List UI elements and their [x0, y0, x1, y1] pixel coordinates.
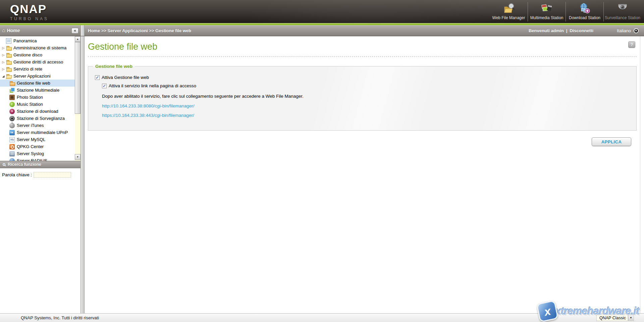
- station-surveillance[interactable]: Surveillance Station: [603, 2, 641, 21]
- multimedia-station-icon: [539, 3, 554, 15]
- qnap-logo: QNAP TURBO NAS: [10, 3, 49, 21]
- sidebar-item-qpkg-center[interactable]: QPKG Center: [0, 143, 75, 150]
- breadcrumb[interactable]: Home >> Server Applicazioni >> Gestione …: [88, 28, 191, 33]
- station-label: Surveillance Station: [605, 15, 640, 20]
- sidebar-title: Home: [7, 28, 20, 33]
- sidebar-item-music-station[interactable]: Music Station: [0, 101, 75, 108]
- folder-icon: [6, 45, 11, 51]
- logout-link[interactable]: Disconnetti: [570, 28, 593, 33]
- station-download[interactable]: Download Station: [566, 2, 603, 21]
- tree-item-label: Gestione file web: [17, 81, 50, 86]
- tree-scrollbar[interactable]: [75, 36, 80, 161]
- folder-open-icon: [6, 74, 11, 79]
- tree-item-label: Gestione diritti di accesso: [13, 59, 63, 64]
- sidebar-item-gestione-file-web[interactable]: Gestione file web: [0, 80, 75, 87]
- sidebar-item-stazione-multimediale[interactable]: Stazione Multimediale: [0, 87, 75, 94]
- dotted-separator: [88, 56, 637, 57]
- tree-item-label: Server multimediale UPnP: [17, 130, 68, 135]
- function-search-header: Ricerca funzione: [0, 161, 80, 168]
- keyword-label: Parola chiave :: [2, 172, 32, 177]
- sidebar-item-servizio-di-rete[interactable]: ▷ Servizio di rete: [0, 65, 75, 73]
- scrollbar-thumb[interactable]: [75, 42, 80, 114]
- tree-item-label: Photo Station: [17, 95, 43, 100]
- overview-icon: [6, 38, 11, 44]
- tree-item-label: Amministrazione di sistema: [13, 45, 66, 50]
- sidebar-item-server-syslog[interactable]: Server Syslog: [0, 150, 75, 157]
- function-search-title: Ricerca funzione: [8, 162, 41, 167]
- help-button[interactable]: ?: [628, 41, 635, 48]
- sidebar-item-server-mysql[interactable]: Server MySQL: [0, 136, 75, 143]
- topbar: QNAP TURBO NAS Web File Manager: [0, 0, 644, 23]
- syslog-icon: [9, 151, 15, 156]
- enable-web-file-management-checkbox[interactable]: [95, 75, 100, 80]
- tree-item-label: Stazione Multimediale: [17, 88, 59, 93]
- accent-bar: [0, 23, 644, 25]
- apply-button[interactable]: APPLICA: [592, 137, 631, 146]
- station-label: Web File Manager: [492, 15, 525, 20]
- https-service-link[interactable]: https://10.164.233.38:443/cgi-bin/filema…: [102, 113, 636, 118]
- checkbox-label: Attiva Gestione file web: [102, 75, 149, 80]
- qpkg-icon: [9, 144, 15, 149]
- page-title: Gestione file web: [88, 42, 637, 52]
- chevron-down-icon[interactable]: [628, 315, 634, 321]
- keyword-input[interactable]: [34, 172, 71, 178]
- sidebar-header: ⌂ Home «: [0, 25, 80, 36]
- function-search-panel: Parola chiave :: [0, 168, 80, 313]
- expander-icon[interactable]: ▷: [1, 60, 6, 64]
- station-label: Download Station: [569, 15, 600, 20]
- sidebar-item-gestione-disco[interactable]: ▷ Gestione disco: [0, 51, 75, 58]
- sidebar-item-server-multimediale-upnp[interactable]: Server multimediale UPnP: [0, 129, 75, 136]
- nav-tree: Panoramica ▷ Amministrazione di sistema …: [0, 36, 75, 161]
- view-mode-select[interactable]: QNAP Classic: [596, 315, 634, 321]
- multimedia-icon: [9, 88, 15, 93]
- surveillance-icon: [9, 116, 15, 121]
- station-multimedia[interactable]: Multimedia Station: [528, 2, 566, 21]
- sidebar-item-stazione-di-sorveglianza[interactable]: Stazione di Sorveglianza: [0, 115, 75, 122]
- sidebar-item-server-itunes[interactable]: Server iTunes: [0, 122, 75, 129]
- radius-icon: [9, 158, 15, 161]
- station-shortcuts: Web File Manager Multimedia Station: [490, 2, 641, 21]
- copyright-text: QNAP Systems, Inc. Tutti i diritti riser…: [21, 315, 99, 320]
- folder-web-icon: [9, 81, 15, 86]
- search-icon: [3, 163, 5, 166]
- station-web-file-manager[interactable]: Web File Manager: [490, 2, 528, 21]
- enable-login-link-checkbox[interactable]: [102, 84, 107, 88]
- checkbox-label: Attiva il servizio link nella pagina di …: [109, 83, 196, 88]
- sidebar-item-amministrazione-di-sistema[interactable]: ▷ Amministrazione di sistema: [0, 44, 75, 51]
- footer: QNAP Systems, Inc. Tutti i diritti riser…: [0, 313, 644, 322]
- tree-item-label: QPKG Center: [17, 144, 44, 149]
- breadcrumb-bar: Home >> Server Applicazioni >> Gestione …: [85, 25, 644, 36]
- sidebar-item-photo-station[interactable]: Photo Station: [0, 94, 75, 101]
- expander-icon[interactable]: ▷: [1, 53, 6, 57]
- tree-item-label: Server RADIUS: [17, 158, 47, 161]
- download-icon: [9, 109, 15, 114]
- tree-item-label: Server iTunes: [17, 123, 44, 128]
- tree-item-label: Music Station: [17, 102, 43, 107]
- expander-icon[interactable]: ◢: [1, 75, 6, 78]
- view-mode-label: QNAP Classic: [599, 316, 626, 320]
- expander-icon[interactable]: ▷: [1, 67, 6, 71]
- home-icon: ⌂: [2, 28, 5, 34]
- http-service-link[interactable]: http://10.164.233.38:8080/cgi-bin/filema…: [102, 103, 636, 108]
- section-legend: Gestione file web: [93, 64, 135, 69]
- upnp-icon: [9, 130, 15, 135]
- scroll-up-icon[interactable]: [75, 36, 80, 42]
- language-label: Italiano: [617, 28, 631, 33]
- web-file-management-section: Gestione file web Attiva Gestione file w…: [88, 64, 637, 131]
- qnap-admin-page: QNAP TURBO NAS Web File Manager: [0, 0, 644, 322]
- music-icon: [9, 102, 15, 107]
- station-label: Multimedia Station: [530, 15, 564, 20]
- sidebar-item-server-radius[interactable]: Server RADIUS: [0, 157, 75, 161]
- expander-icon[interactable]: ▷: [1, 46, 6, 50]
- sidebar-item-panoramica[interactable]: Panoramica: [0, 37, 75, 44]
- itunes-icon: [9, 123, 15, 128]
- tree-item-label: Server Syslog: [17, 151, 44, 156]
- sidebar: Panoramica ▷ Amministrazione di sistema …: [0, 36, 80, 313]
- language-dropdown-icon[interactable]: [634, 28, 639, 33]
- sidebar-item-gestione-diritti-di-accesso[interactable]: ▷ Gestione diritti di accesso: [0, 58, 75, 65]
- sidebar-item-server-applicazioni[interactable]: ◢ Server Applicazioni: [0, 73, 75, 80]
- scroll-down-icon[interactable]: [75, 154, 80, 160]
- sidebar-item-stazione-di-download[interactable]: Stazione di download: [0, 108, 75, 115]
- sidebar-collapse-button[interactable]: «: [71, 28, 78, 34]
- download-station-icon: [577, 3, 592, 15]
